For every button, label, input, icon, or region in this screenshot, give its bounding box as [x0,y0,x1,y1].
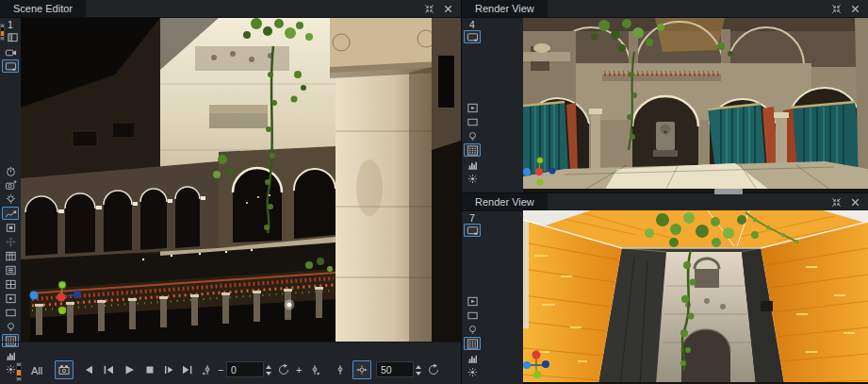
maximize-icon[interactable] [830,3,843,15]
render-view-top-toolbar: 4 [462,17,483,192]
render-view-bottom-viewport[interactable] [523,210,868,384]
end-loop-icon[interactable] [425,361,442,378]
histogram-icon[interactable] [464,158,481,171]
display-monitor-icon[interactable] [2,59,19,73]
frame-increment-button[interactable]: + [296,364,302,376]
step-forward-icon[interactable] [160,361,177,378]
scene-editor-panel: Scene Editor 1 [0,0,461,384]
close-icon[interactable] [849,3,861,15]
splitter-handle[interactable] [714,189,743,194]
maximize-icon[interactable] [423,3,435,15]
dock-slider[interactable] [0,24,5,41]
render-view-top-titlebar: Render View [462,0,868,18]
previous-keyframe-icon[interactable] [198,361,215,378]
render-view-top-title: Render View [475,3,534,14]
current-frame-input[interactable] [226,361,264,377]
end-frame-input[interactable] [376,361,414,377]
scene-render-image [21,18,461,342]
tab-render-view-bottom[interactable]: Render View [462,193,548,210]
timeline-bar: All − + [0,342,461,384]
scene-editor-window-controls [423,0,461,17]
play-box-icon[interactable] [464,294,481,308]
render-view-bottom-titlebar: Render View [462,193,868,211]
range-all-button[interactable]: All [31,365,42,376]
application-window: Scene Editor 1 [0,0,868,384]
auto-key-icon[interactable] [352,360,371,379]
camera-icon[interactable] [2,45,19,58]
render-view-top-viewport[interactable] [523,18,868,192]
render-view-top-window-controls [830,0,868,17]
render-view-bottom-toolbar: 7 [462,210,483,384]
render-view-top-number: 4 [462,19,483,30]
close-icon[interactable] [849,196,861,209]
frame-spinner-icon[interactable] [264,361,273,378]
exposure-icon[interactable] [464,172,481,185]
keyframe-icon[interactable] [332,361,349,378]
list-view-icon[interactable] [2,263,19,276]
bulb-icon[interactable] [2,320,19,333]
end-frame-spinner-icon[interactable] [414,361,423,378]
display-monitor-icon[interactable] [464,224,481,237]
timer-icon[interactable] [2,164,19,177]
render-view-top-tool-stack [462,101,483,186]
point-light-icon[interactable] [2,192,19,206]
loop-icon[interactable] [275,361,292,378]
play-box-icon[interactable] [2,292,19,305]
frame-decrement-button[interactable]: − [218,364,223,376]
pixel-grid-icon[interactable] [464,337,481,350]
snapshot-icon[interactable] [2,178,19,192]
render-view-bottom-tool-stack [462,294,483,379]
snapshot-camera-icon[interactable] [55,360,74,379]
play-box-icon[interactable] [464,101,481,114]
clip-box-icon[interactable] [2,221,19,234]
transform-icon [2,235,19,248]
curve-editor-icon[interactable] [2,207,19,220]
render-view-top-panel: Render View 4 [462,0,868,192]
grid-calendar-icon[interactable] [2,249,19,262]
bulb-icon[interactable] [464,129,481,142]
dock-row [0,30,21,44]
display-monitor-icon[interactable] [464,30,481,43]
tab-render-view-top[interactable]: Render View [462,0,548,17]
render-view-bottom-image [523,210,868,384]
scene-editor-viewport[interactable] [21,18,461,342]
close-icon[interactable] [442,3,454,15]
stop-icon[interactable] [141,361,158,378]
scene-editor-left-toolbar: 1 [0,17,21,384]
timeline-mini-slider[interactable] [16,362,22,381]
panel-divider[interactable] [461,0,462,384]
render-view-bottom-title: Render View [475,196,534,208]
histogram-icon[interactable] [464,351,481,364]
pixel-grid-icon[interactable] [464,143,481,157]
scene-editor-title: Scene Editor [13,3,73,14]
tab-scene-editor[interactable]: Scene Editor [0,0,86,17]
go-to-end-icon[interactable] [179,361,196,378]
bulb-icon[interactable] [464,323,481,336]
go-to-start-icon[interactable] [100,361,117,378]
region-icon[interactable] [2,306,19,319]
render-view-top-image [523,18,868,192]
scene-editor-titlebar: Scene Editor [0,0,461,18]
exposure-icon[interactable] [464,365,481,378]
region-icon[interactable] [464,309,481,322]
play-backward-icon[interactable] [80,361,97,378]
render-view-bottom-window-controls [830,193,868,210]
maximize-icon[interactable] [830,196,843,209]
play-icon[interactable] [121,361,138,378]
next-keyframe-icon[interactable] [307,361,324,378]
render-view-bottom-panel: Render View 7 [462,192,868,384]
render-view-bottom-number: 7 [462,212,483,224]
region-icon[interactable] [464,115,481,128]
layout-panel-icon[interactable] [5,30,21,43]
grid-view-icon[interactable] [2,277,19,291]
